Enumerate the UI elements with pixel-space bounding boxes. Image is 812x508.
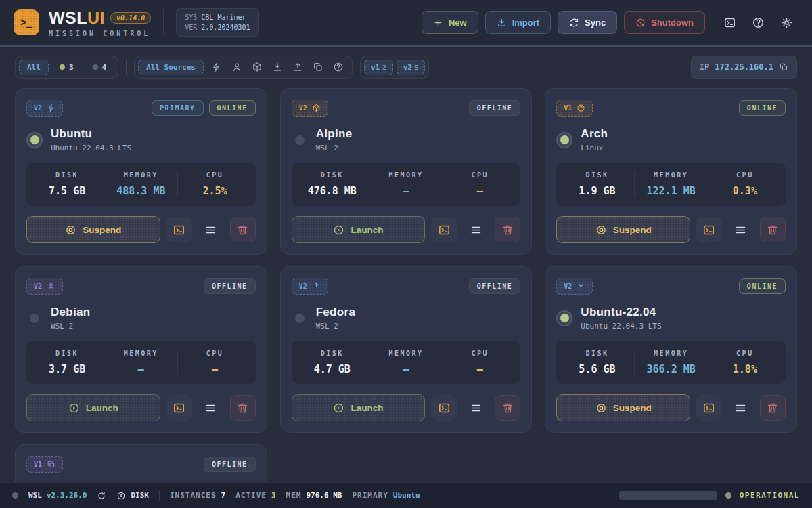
disk-mode-item[interactable]: DISK: [116, 491, 149, 501]
memory-value: —: [369, 185, 443, 197]
action-icon: [595, 224, 607, 236]
refresh-button[interactable]: [97, 491, 106, 501]
distro-card: V2 OFFLINE Debian WSL 2 DISK 3.7 GB MEMO…: [15, 266, 267, 433]
status-dot-inner: [30, 314, 39, 323]
primary-action-button[interactable]: Suspend: [26, 216, 160, 243]
wsl-version-badge[interactable]: V1: [26, 456, 63, 473]
cpu-label: CPU: [443, 171, 516, 179]
statusbar-separator: [159, 490, 160, 501]
delete-distro-button[interactable]: [760, 217, 786, 242]
header-divider: [163, 9, 164, 35]
version-filter-v2[interactable]: v25: [397, 60, 426, 75]
cpu-value: —: [443, 363, 516, 375]
source-icon: [47, 460, 55, 469]
primary-action-button[interactable]: Suspend: [556, 216, 690, 243]
filter-all-sources-chip[interactable]: All Sources: [138, 60, 204, 75]
card-actions: Suspend: [556, 216, 786, 243]
card-menu-button[interactable]: [463, 217, 489, 242]
source-filter-download-icon[interactable]: [267, 58, 288, 76]
primary-action-button[interactable]: Launch: [292, 216, 426, 243]
filter-all-chip[interactable]: All: [19, 60, 49, 75]
filter-online-chip[interactable]: 3: [51, 60, 82, 75]
app-logo: >_: [14, 9, 39, 35]
source-filter-user-icon[interactable]: [227, 58, 247, 76]
distro-identity: Ubuntu-22.04 Ubuntu 22.04.3 LTS: [556, 305, 786, 331]
status-badges: ONLINE: [739, 278, 786, 294]
settings-button[interactable]: [774, 11, 798, 34]
wsl-version-badge[interactable]: V2: [26, 278, 63, 295]
status-badge: OFFLINE: [469, 278, 521, 294]
card-menu-button[interactable]: [198, 395, 224, 421]
delete-distro-button[interactable]: [230, 217, 256, 242]
memory-label: MEMORY: [369, 171, 443, 179]
distro-identity: Arch Linux: [556, 127, 786, 152]
new-button-label: New: [449, 18, 467, 28]
card-badge-row: V2 OFFLINE: [292, 100, 521, 117]
disk-label: DISK: [560, 350, 633, 357]
open-terminal-button[interactable]: [431, 217, 457, 242]
delete-distro-button[interactable]: [495, 217, 520, 242]
open-terminal-button[interactable]: [696, 217, 722, 242]
wsl-version-badge[interactable]: V2: [26, 100, 63, 117]
wsl-version-badge[interactable]: V2: [292, 278, 328, 295]
delete-distro-button[interactable]: [230, 395, 256, 421]
card-menu-button[interactable]: [728, 217, 754, 242]
card-actions: Suspend: [26, 216, 256, 243]
source-filter-help-icon[interactable]: [328, 58, 348, 76]
status-indicator-dot: [12, 492, 18, 499]
wsl-version-badge[interactable]: V2: [556, 278, 593, 295]
source-filter-package-icon[interactable]: [247, 58, 267, 76]
import-icon: [497, 18, 507, 28]
version-filter-v1[interactable]: v12: [364, 60, 393, 75]
offline-count: 4: [102, 63, 107, 72]
delete-distro-button[interactable]: [495, 395, 520, 421]
card-badge-row: V1 OFFLINE: [26, 456, 256, 473]
card-menu-button[interactable]: [463, 395, 489, 421]
memory-value: 122.1 MB: [635, 185, 708, 197]
operational-label: OPERATIONAL: [740, 491, 800, 500]
disk-label: DISK: [30, 350, 104, 357]
open-terminal-button[interactable]: [696, 395, 722, 421]
new-button[interactable]: New: [422, 11, 478, 34]
instances-value: 7: [221, 491, 226, 500]
stats-panel: DISK 4.7 GB MEMORY — CPU —: [292, 341, 521, 384]
help-button[interactable]: [746, 11, 770, 34]
disk-stat: DISK 4.7 GB: [296, 350, 369, 375]
status-dot-inner: [295, 135, 304, 145]
shutdown-button[interactable]: Shutdown: [624, 11, 705, 34]
open-terminal-button[interactable]: [431, 395, 457, 421]
source-filter-copy-icon[interactable]: [308, 58, 328, 76]
memory-stat: MEMORY 488.3 MB: [104, 171, 177, 197]
copy-ip-button[interactable]: [779, 62, 788, 72]
distro-subtitle: WSL 2: [316, 322, 355, 331]
card-menu-button[interactable]: [198, 217, 224, 242]
primary-action-button[interactable]: Launch: [292, 394, 426, 421]
distro-card: V1 ONLINE Arch Linux DISK 1.9 GB MEMORY …: [545, 88, 797, 255]
disk-icon: [116, 491, 126, 501]
offline-dot-icon: [93, 64, 98, 70]
delete-distro-button[interactable]: [760, 395, 786, 421]
terminal-button[interactable]: [717, 11, 742, 34]
source-filter-upload-icon[interactable]: [288, 58, 308, 76]
disk-label: DISK: [296, 350, 369, 357]
primary-action-button[interactable]: Suspend: [556, 394, 690, 421]
wsl-version-badge[interactable]: V2: [292, 100, 328, 117]
disk-value: 7.5 GB: [30, 185, 104, 197]
import-button[interactable]: Import: [485, 11, 551, 34]
sync-button[interactable]: Sync: [558, 11, 617, 34]
active-value: 3: [271, 491, 276, 500]
trash-icon: [766, 224, 779, 236]
card-menu-button[interactable]: [728, 395, 754, 421]
cpu-stat: CPU —: [177, 350, 251, 375]
wsl-version-badge[interactable]: V1: [556, 100, 593, 117]
distro-identity: Fedora WSL 2: [292, 305, 521, 331]
open-terminal-button[interactable]: [166, 217, 192, 242]
memory-value: 488.3 MB: [104, 185, 177, 197]
status-badges: OFFLINE: [204, 457, 256, 472]
filter-offline-chip[interactable]: 4: [85, 60, 115, 75]
source-filter-zap-icon[interactable]: [206, 58, 227, 76]
primary-action-button[interactable]: Launch: [26, 394, 160, 421]
open-terminal-button[interactable]: [166, 395, 192, 421]
card-badge-row: V2 OFFLINE: [26, 278, 256, 295]
terminal-icon: [702, 224, 715, 236]
